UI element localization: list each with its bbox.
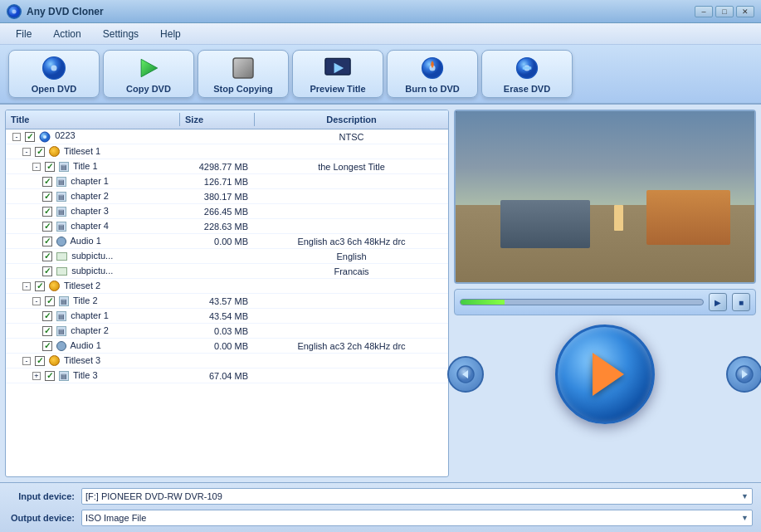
row-checkbox[interactable] (35, 281, 45, 291)
row-checkbox[interactable] (42, 237, 52, 246)
film-icon: ▤ (56, 326, 66, 336)
minimize-button[interactable]: – (695, 6, 713, 17)
row-checkbox[interactable] (42, 192, 52, 202)
row-checkbox[interactable] (45, 296, 55, 306)
tree-cell-title: - Titleset 1 (6, 145, 180, 159)
table-row[interactable]: ▤ chapter 1 43.54 MB (6, 309, 448, 324)
tree-cell-title: ▤ chapter 4 (6, 220, 180, 232)
row-checkbox[interactable] (42, 326, 52, 336)
open-dvd-button[interactable]: Open DVD (8, 50, 100, 98)
row-checkbox[interactable] (42, 266, 52, 276)
table-row[interactable]: ▤ chapter 4 228.63 MB (6, 219, 448, 234)
film-icon: ▤ (56, 222, 66, 232)
row-checkbox[interactable] (35, 147, 45, 157)
film-icon: ▤ (59, 296, 69, 306)
window-controls: – □ ✕ (695, 6, 754, 17)
erase-icon (514, 55, 540, 81)
expand-button[interactable]: - (22, 357, 31, 365)
row-checkbox[interactable] (25, 132, 35, 142)
expand-button[interactable]: - (12, 133, 21, 141)
table-row[interactable]: Audio 1 0.00 MB English ac3 6ch 48kHz dr… (6, 234, 448, 249)
menu-action[interactable]: Action (42, 25, 91, 43)
close-button[interactable]: ✕ (736, 6, 754, 17)
table-row[interactable]: ▤ chapter 3 266.45 MB (6, 204, 448, 219)
stop-button[interactable]: ■ (732, 293, 750, 311)
copy-dvd-icon (135, 55, 162, 81)
menu-help[interactable]: Help (149, 25, 192, 43)
tree-cell-size: 126.71 MB (180, 176, 255, 188)
row-checkbox[interactable] (42, 222, 52, 232)
input-device-select[interactable]: [F:] PIONEER DVD-RW DVR-109 ▼ (81, 488, 753, 505)
tree-cell-title: ▤ chapter 2 (6, 190, 180, 203)
next-chapter-button[interactable] (726, 356, 761, 393)
tree-cell-desc (255, 286, 448, 287)
menu-file[interactable]: File (5, 25, 42, 43)
row-checkbox[interactable] (45, 371, 55, 381)
video-controls: ▶ ■ (454, 289, 756, 315)
copy-dvd-label: Copy DVD (126, 84, 171, 94)
tree-cell-title: - Titleset 3 (6, 354, 180, 368)
row-checkbox[interactable] (42, 177, 52, 187)
row-checkbox[interactable] (35, 356, 45, 366)
audio-icon (56, 341, 66, 351)
tree-cell-desc (255, 196, 448, 198)
expand-button[interactable]: - (32, 297, 41, 305)
tree-cell-size: 43.54 MB (180, 310, 255, 322)
tree-cell-title: - Titleset 2 (6, 280, 180, 293)
expand-button[interactable]: - (22, 148, 31, 156)
row-checkbox[interactable] (45, 162, 55, 172)
table-row[interactable]: - Titleset 3 (6, 354, 448, 368)
table-row[interactable]: ▤ chapter 1 126.71 MB (6, 174, 448, 189)
expand-button[interactable]: - (22, 282, 31, 290)
tree-body[interactable]: - 0223 NTSC - Title (6, 129, 448, 476)
table-row[interactable]: - 0223 NTSC (6, 129, 448, 144)
table-row[interactable]: + ▤ Title 3 67.04 MB (6, 368, 448, 383)
stop-copying-button[interactable]: Stop Copying (198, 50, 289, 98)
toolbar: Open DVD Copy DVD Stop Copying P (0, 45, 761, 105)
open-dvd-label: Open DVD (32, 84, 76, 94)
row-checkbox[interactable] (42, 341, 52, 351)
input-device-row: Input device: [F:] PIONEER DVD-RW DVR-10… (8, 488, 753, 505)
prev-chapter-button[interactable] (447, 356, 484, 393)
table-row[interactable]: - Titleset 2 (6, 279, 448, 294)
preview-title-button[interactable]: Preview Title (292, 50, 383, 98)
tree-header: Title Size Description (6, 110, 448, 129)
table-row[interactable]: - ▤ Title 2 43.57 MB (6, 294, 448, 309)
svg-rect-5 (233, 58, 253, 78)
tree-cell-desc: Francais (255, 266, 448, 277)
tree-cell-desc (255, 300, 448, 302)
table-row[interactable]: subpictu... English (6, 249, 448, 264)
table-row[interactable]: - ▤ Title 1 4298.77 MB the Longest Title (6, 159, 448, 174)
tree-cell-title: ▤ chapter 1 (6, 175, 180, 188)
burn-dvd-button[interactable]: Burn to DVD (387, 50, 478, 98)
subtitle-icon (56, 252, 67, 261)
tree-cell-size: 380.17 MB (180, 191, 255, 203)
progress-bar[interactable] (460, 299, 704, 305)
expand-button[interactable]: + (32, 372, 41, 380)
tree-cell-desc (255, 151, 448, 153)
row-checkbox[interactable] (42, 311, 52, 321)
preview-panel: ▶ ■ (454, 110, 756, 477)
video-preview (454, 110, 756, 284)
row-checkbox[interactable] (42, 251, 52, 261)
dropdown-arrow-icon: ▼ (741, 514, 749, 522)
table-row[interactable]: Audio 1 0.00 MB English ac3 2ch 48kHz dr… (6, 339, 448, 354)
table-row[interactable]: ▤ chapter 2 380.17 MB (6, 189, 448, 204)
film-icon: ▤ (56, 207, 66, 217)
svg-point-3 (51, 65, 56, 71)
expand-button[interactable]: - (32, 163, 41, 171)
col-title: Title (6, 113, 180, 126)
table-row[interactable]: - Titleset 1 (6, 144, 448, 159)
menu-settings[interactable]: Settings (92, 25, 149, 43)
play-button[interactable]: ▶ (709, 293, 727, 311)
preview-icon (324, 55, 351, 81)
output-device-select[interactable]: ISO Image File ▼ (81, 510, 753, 526)
erase-dvd-button[interactable]: Erase DVD (481, 50, 573, 98)
tree-cell-desc (255, 226, 448, 227)
restore-button[interactable]: □ (715, 6, 734, 17)
copy-dvd-button[interactable]: Copy DVD (103, 50, 194, 98)
row-checkbox[interactable] (42, 207, 52, 217)
table-row[interactable]: subpictu... Francais (6, 264, 448, 279)
table-row[interactable]: ▤ chapter 2 0.03 MB (6, 324, 448, 339)
main-play-button[interactable] (555, 325, 655, 424)
